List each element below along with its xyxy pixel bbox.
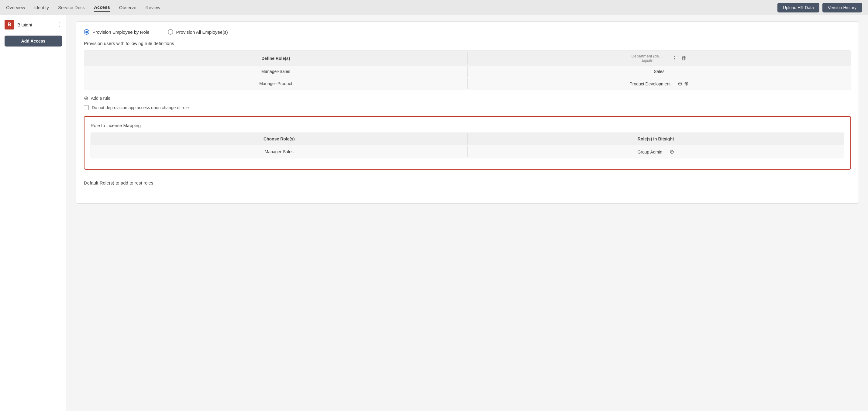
default-roles-label: Default Role(s) to add to rest roles [84,180,851,185]
add-mapping-icon[interactable]: ⊕ [670,149,674,155]
cell-bitsight-role-1: Group Admin ⊕ [468,145,844,158]
version-history-button[interactable]: Version History [823,3,862,12]
role-license-mapping-box: Role to License Mapping Choose Role(s) R… [84,116,851,170]
brand-info: B Bitsight [5,20,32,29]
dept-header-title: Department (de… [631,54,663,58]
cell-define-role-2: Manager-Product [84,78,468,89]
deprovision-checkbox[interactable] [84,105,89,110]
nav-overview[interactable]: Overview [6,3,25,11]
more-options-icon[interactable]: ⋮ [57,21,62,28]
content-card: Provision Employee by Role Provision All… [76,21,859,204]
deprovision-label: Do not deprovision app access upon chang… [92,105,189,110]
provision-section-label: Provision users with following rule defi… [84,41,851,46]
header-icons: ⋮ 🗑 [672,55,687,61]
add-rule-icon: ⊕ [84,95,88,101]
radio-circle-all [168,29,173,35]
add-access-button[interactable]: Add Access [5,35,62,47]
col-define-roles-header: Define Role(s) [84,52,468,64]
col-department-header: Department (de… Equals ⋮ 🗑 [468,51,851,66]
col-roles-bitsight-header: Role(s) in Bitsight [468,133,844,145]
dept-header-sub: Equals [642,58,653,63]
nav-review[interactable]: Review [146,3,160,11]
radio-row: Provision Employee by Role Provision All… [84,29,851,35]
radio-label-all: Provision All Employee(s) [176,29,228,35]
cell-department-2: Product Development ⊖ ⊕ [468,77,851,90]
sidebar-brand: B Bitsight ⋮ [0,20,67,34]
top-nav: Overview Identity Service Desk Access Ob… [0,0,868,15]
table-row: Manager-Sales Sales [84,66,851,77]
radio-label-by-role: Provision Employee by Role [92,29,150,35]
table1-header-row: Define Role(s) Department (de… Equals ⋮ … [84,51,851,66]
upload-hr-data-button[interactable]: Upload HR Data [777,3,819,12]
checkbox-row: Do not deprovision app access upon chang… [84,105,851,110]
nav-access[interactable]: Access [94,3,110,12]
rule-definitions-table: Define Role(s) Department (de… Equals ⋮ … [84,51,851,90]
table2-header-row: Choose Role(s) Role(s) in Bitsight [91,133,844,145]
radio-circle-by-role [84,29,89,35]
cell-define-role-1: Manager-Sales [84,66,468,77]
table-row: Manager-Sales Group Admin ⊕ [91,145,844,158]
nav-buttons: Upload HR Data Version History [777,3,862,12]
brand-icon: B [5,20,14,29]
sidebar: B Bitsight ⋮ Add Access [0,15,67,411]
col-choose-roles-header: Choose Role(s) [91,133,468,145]
add-row-icon[interactable]: ⊕ [684,80,689,87]
delete-col-icon[interactable]: 🗑 [681,55,687,61]
layout: B Bitsight ⋮ Add Access Provision Employ… [0,15,868,411]
nav-service-desk[interactable]: Service Desk [58,3,85,11]
main-content: Provision Employee by Role Provision All… [67,15,868,411]
nav-observe[interactable]: Observe [119,3,136,11]
cell-choose-role-1: Manager-Sales [91,146,468,157]
more-options-col-icon[interactable]: ⋮ [672,55,677,61]
mapping-table: Choose Role(s) Role(s) in Bitsight Manag… [91,133,844,158]
mapping-title: Role to License Mapping [91,123,844,128]
cell-department-1: Sales [468,66,851,77]
add-rule-row[interactable]: ⊕ Add a rule [84,95,851,101]
nav-identity[interactable]: Identity [34,3,49,11]
radio-provision-all[interactable]: Provision All Employee(s) [168,29,228,35]
default-roles-section: Default Role(s) to add to rest roles [84,176,851,185]
brand-name: Bitsight [17,22,32,27]
radio-provision-by-role[interactable]: Provision Employee by Role [84,29,150,35]
add-rule-label: Add a rule [91,96,110,100]
table-row: Manager-Product Product Development ⊖ ⊕ [84,77,851,90]
remove-row-icon[interactable]: ⊖ [678,80,682,87]
nav-links: Overview Identity Service Desk Access Ob… [6,3,160,12]
